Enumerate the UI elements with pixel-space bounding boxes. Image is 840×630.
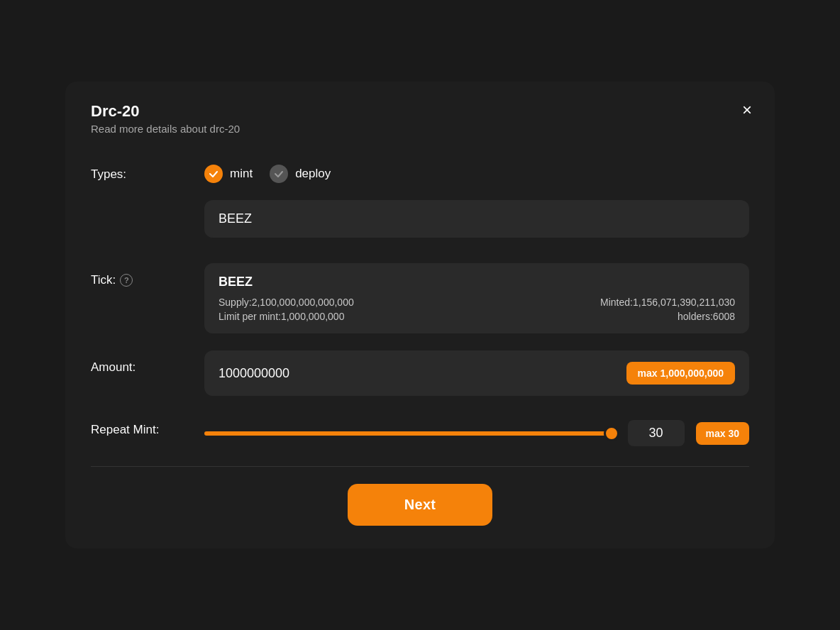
modal-title: Drc-20 — [91, 101, 749, 122]
types-label: Types: — [91, 158, 204, 182]
search-field-row — [91, 200, 749, 246]
slider-track — [204, 431, 617, 436]
slider-wrap — [204, 426, 617, 441]
repeat-max-button[interactable]: max 30 — [696, 422, 749, 445]
types-options: mint deploy — [204, 158, 749, 183]
amount-field-row: Amount: max 1,000,000,000 — [91, 350, 749, 396]
search-input-wrap — [204, 200, 749, 238]
search-content — [204, 200, 749, 246]
tick-content: BEEZ Supply:2,100,000,000,000,000 Minted… — [204, 263, 749, 333]
repeat-mint-label: Repeat Mint: — [91, 413, 204, 437]
tick-name: BEEZ — [219, 275, 735, 289]
main-modal: Drc-20 Read more details about drc-20 × … — [65, 82, 775, 549]
mint-radio-circle — [204, 165, 223, 183]
repeat-mint-field-row: Repeat Mint: max 30 — [91, 413, 749, 446]
tick-limit: Limit per mint:1,000,000,000 — [219, 311, 477, 322]
tick-details: Supply:2,100,000,000,000,000 Minted:1,15… — [219, 297, 735, 322]
modal-footer: Next — [65, 484, 775, 548]
tick-supply: Supply:2,100,000,000,000,000 — [219, 297, 477, 308]
repeat-value-input[interactable] — [628, 420, 685, 446]
amount-label: Amount: — [91, 350, 204, 375]
tick-field-row: Tick: ? BEEZ Supply:2,100,000,000,000,00… — [91, 263, 749, 333]
amount-max-button[interactable]: max 1,000,000,000 — [626, 362, 735, 385]
type-deploy-option[interactable]: deploy — [270, 165, 331, 183]
search-spacer — [91, 200, 204, 210]
modal-body: Types: mint — [65, 146, 775, 467]
repeat-row: max 30 — [204, 413, 749, 446]
modal-subtitle: Read more details about drc-20 — [91, 123, 749, 135]
modal-header: Drc-20 Read more details about drc-20 × — [65, 82, 775, 147]
search-input[interactable] — [219, 211, 735, 226]
mint-label: mint — [230, 167, 253, 181]
amount-input-wrap: max 1,000,000,000 — [204, 350, 749, 396]
types-field-row: Types: mint — [91, 158, 749, 183]
close-button[interactable]: × — [739, 99, 755, 121]
divider — [91, 466, 749, 467]
next-button[interactable]: Next — [348, 484, 493, 526]
type-mint-option[interactable]: mint — [204, 165, 253, 183]
deploy-radio-circle — [270, 165, 288, 183]
repeat-mint-content: max 30 — [204, 413, 749, 446]
tick-holders: holders:6008 — [477, 311, 735, 322]
check-icon — [209, 169, 219, 179]
tick-minted: Minted:1,156,071,390,211,030 — [477, 297, 735, 308]
tick-dropdown: BEEZ Supply:2,100,000,000,000,000 Minted… — [204, 263, 749, 333]
tick-label: Tick: ? — [91, 263, 204, 287]
amount-content: max 1,000,000,000 — [204, 350, 749, 396]
types-content: mint deploy — [204, 158, 749, 183]
amount-input[interactable] — [219, 366, 618, 381]
tick-help-icon[interactable]: ? — [120, 274, 133, 287]
deploy-label: deploy — [295, 167, 331, 181]
slider-thumb[interactable] — [604, 426, 619, 441]
check-icon-inactive — [274, 169, 284, 179]
